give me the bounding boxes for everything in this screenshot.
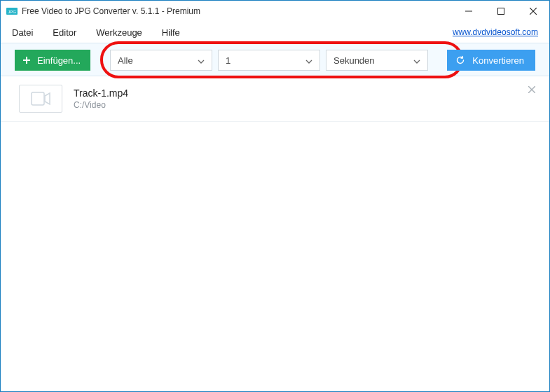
svg-line-4: [530, 8, 537, 15]
chevron-down-icon: [198, 57, 205, 64]
window-title: Free Video to JPG Converter v. 5.1.1 - P…: [22, 6, 200, 16]
remove-item-button[interactable]: [525, 83, 538, 96]
mode-dropdown[interactable]: Alle: [110, 50, 212, 71]
svg-text:JPG: JPG: [8, 10, 16, 14]
plus-icon: [22, 55, 32, 65]
dropdown-group: Alle 1 Sekunden: [110, 50, 428, 71]
file-name: Track-1.mp4: [74, 88, 128, 99]
svg-rect-3: [498, 8, 504, 15]
svg-marker-9: [45, 93, 50, 104]
maximize-button[interactable]: [485, 1, 517, 22]
menubar: Datei Editor Werkzeuge Hilfe www.dvdvide…: [1, 22, 549, 43]
file-path: C:/Video: [74, 100, 128, 110]
svg-line-5: [530, 8, 537, 15]
vendor-link[interactable]: www.dvdvideosoft.com: [453, 27, 538, 37]
convert-button[interactable]: Konvertieren: [447, 50, 535, 71]
close-button[interactable]: [517, 1, 549, 22]
add-files-button[interactable]: Einfügen...: [15, 50, 90, 71]
value-dropdown-value: 1: [226, 55, 231, 66]
file-meta: Track-1.mp4 C:/Video: [74, 88, 128, 110]
menu-editor[interactable]: Editor: [53, 27, 76, 38]
titlebar: JPG Free Video to JPG Converter v. 5.1.1…: [1, 1, 549, 22]
video-thumb: [19, 85, 62, 113]
add-files-label: Einfügen...: [37, 55, 81, 66]
file-list: Track-1.mp4 C:/Video: [1, 76, 549, 391]
list-item[interactable]: Track-1.mp4 C:/Video: [1, 76, 549, 122]
toolbar: Einfügen... Alle 1 Sekunden Konvertieren: [1, 43, 549, 76]
chevron-down-icon: [413, 57, 420, 64]
minimize-button[interactable]: [453, 1, 485, 22]
svg-rect-8: [32, 92, 44, 105]
menu-file[interactable]: Datei: [12, 27, 33, 38]
menu-help[interactable]: Hilfe: [162, 27, 180, 38]
chevron-down-icon: [305, 57, 312, 64]
mode-dropdown-value: Alle: [118, 55, 133, 66]
unit-dropdown-value: Sekunden: [334, 55, 375, 66]
convert-label: Konvertieren: [472, 55, 524, 66]
refresh-icon: [455, 55, 465, 65]
app-icon: JPG: [6, 6, 18, 17]
value-dropdown[interactable]: 1: [218, 50, 320, 71]
window-controls: [453, 1, 549, 22]
unit-dropdown[interactable]: Sekunden: [326, 50, 428, 71]
menu-tools[interactable]: Werkzeuge: [96, 27, 142, 38]
